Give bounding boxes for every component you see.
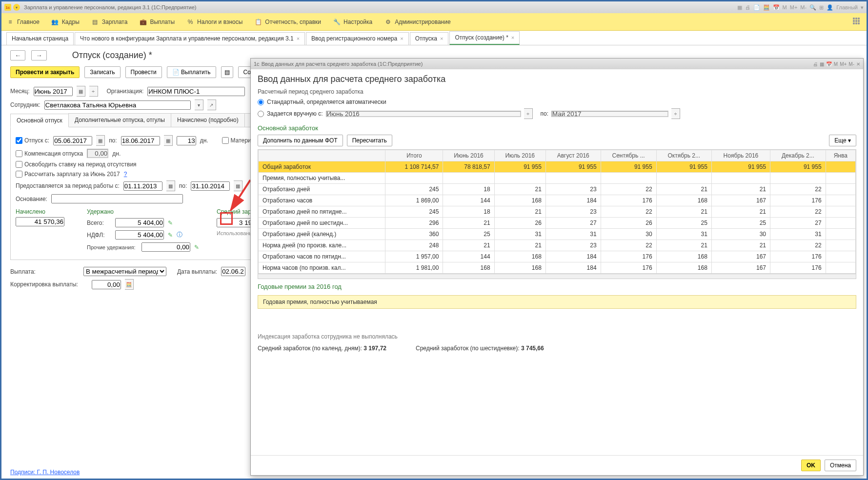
menu-reports[interactable]: 📋Отчетность, справки (254, 18, 321, 26)
tool-icon[interactable]: 📄 (753, 4, 760, 11)
table-cell[interactable]: 168 (443, 262, 494, 274)
table-row[interactable]: Отработано часов по пятидн...1 957,00144… (259, 251, 856, 262)
table-cell[interactable]: 23 (545, 206, 601, 218)
help-link[interactable]: ? (124, 171, 127, 178)
table-cell[interactable]: 26 (601, 218, 656, 229)
table-cell[interactable]: 21 (494, 206, 545, 218)
menu-more-icon[interactable] (853, 18, 862, 26)
table-cell[interactable]: 25 (656, 218, 711, 229)
table-cell[interactable]: 1 957,00 (385, 251, 443, 262)
table-cell[interactable]: 144 (443, 251, 494, 262)
table-cell[interactable]: 31 (656, 229, 711, 240)
table-header[interactable]: Сентябрь ... (601, 150, 656, 161)
inner-tab[interactable]: Дополнительные отпуска, отгулы (68, 113, 171, 127)
table-cell[interactable]: 91 955 (494, 161, 545, 173)
table-header[interactable]: Декабрь 2... (770, 150, 826, 161)
table-cell[interactable] (826, 195, 855, 206)
table-cell[interactable]: 167 (711, 195, 770, 206)
table-cell[interactable]: 91 955 (545, 161, 601, 173)
table-cell[interactable]: 21 (656, 240, 711, 251)
ndfl-field[interactable] (115, 230, 164, 240)
tool-icon[interactable]: 🖨 (745, 4, 750, 10)
table-cell[interactable]: 25 (443, 229, 494, 240)
table-cell[interactable]: 1 869,00 (385, 195, 443, 206)
other-field[interactable] (141, 242, 190, 252)
pay-button[interactable]: 📄 Выплатить (167, 66, 216, 78)
pay-date-field[interactable] (221, 267, 245, 276)
close-icon[interactable]: × (297, 36, 300, 41)
mem-mplus[interactable]: M+ (840, 61, 847, 67)
table-cell[interactable]: 27 (770, 218, 826, 229)
table-cell[interactable]: 22 (770, 206, 826, 218)
basis-field[interactable] (51, 194, 183, 203)
tab[interactable]: Отпуск (создание) *× (449, 31, 520, 45)
tool-icon[interactable]: 📅 (773, 4, 780, 11)
table-cell[interactable]: 176 (601, 262, 656, 274)
tab[interactable]: Что нового в конфигурации Зарплата и упр… (75, 32, 305, 45)
table-cell[interactable]: 21 (656, 184, 711, 195)
fill-fot-button[interactable]: Дополнить по данным ФОТ (258, 135, 343, 146)
month-spin-icon[interactable]: ÷ (89, 86, 98, 97)
post-button[interactable]: Провести (125, 66, 162, 78)
table-cell[interactable]: 184 (545, 251, 601, 262)
table-cell[interactable]: 30 (711, 229, 770, 240)
recalc-checkbox[interactable] (16, 171, 22, 178)
window-icon[interactable]: ⊞ (819, 4, 824, 11)
table-cell[interactable] (826, 184, 855, 195)
table-cell[interactable]: 176 (770, 195, 826, 206)
org-field[interactable] (147, 87, 245, 96)
table-header[interactable]: Янва (826, 150, 855, 161)
user-icon[interactable]: 👤 (827, 4, 833, 11)
table-cell[interactable]: 167 (711, 262, 770, 274)
table-header[interactable] (259, 150, 385, 161)
table-header[interactable]: Июль 2016 (494, 150, 545, 161)
signatures-link[interactable]: Подписи: Г. П. Новоселов (10, 469, 80, 476)
table-cell[interactable]: 248 (385, 240, 443, 251)
emp-dropdown-icon[interactable]: ▾ (195, 100, 203, 110)
table-row[interactable]: Премия, полностью учитыва... (259, 173, 856, 184)
table-cell[interactable]: 22 (770, 184, 826, 195)
print-icon[interactable]: 🖨 (813, 61, 818, 67)
table-cell[interactable]: 167 (711, 251, 770, 262)
table-row[interactable]: Отработано дней24518212322212122 (259, 184, 856, 195)
table-cell[interactable]: 18 (443, 206, 494, 218)
table-cell[interactable] (826, 262, 855, 274)
user-label[interactable]: Главный (836, 4, 858, 10)
table-cell[interactable]: 22 (601, 184, 656, 195)
table-cell[interactable]: 21 (494, 184, 545, 195)
table-cell[interactable] (826, 173, 855, 184)
table-header[interactable]: Август 2016 (545, 150, 601, 161)
tab[interactable]: Начальная страница (6, 32, 74, 45)
table-cell[interactable]: 31 (770, 229, 826, 240)
menu-payments[interactable]: 💼Выплаты (139, 18, 175, 26)
table-cell[interactable] (826, 229, 855, 240)
table-header[interactable]: Июнь 2016 (443, 150, 494, 161)
date-to-field[interactable] (121, 136, 160, 145)
menu-personnel[interactable]: 👥Кадры (51, 18, 80, 26)
table-cell[interactable]: 360 (385, 229, 443, 240)
table-cell[interactable]: 1 981,00 (385, 262, 443, 274)
save-button[interactable]: Записать (84, 66, 120, 78)
table-cell[interactable]: 91 955 (770, 161, 826, 173)
table-cell[interactable]: 21 (711, 184, 770, 195)
tool-icon[interactable]: 🧮 (763, 4, 770, 11)
forward-button[interactable]: → (31, 50, 46, 60)
table-cell[interactable] (385, 173, 443, 184)
table-cell[interactable] (545, 173, 601, 184)
table-cell[interactable]: 91 955 (711, 161, 770, 173)
table-cell[interactable]: 22 (601, 206, 656, 218)
table-cell[interactable] (494, 173, 545, 184)
edit-icon[interactable]: ✎ (168, 220, 173, 226)
month-field[interactable] (34, 87, 73, 96)
menu-salary[interactable]: ▤Зарплата (91, 18, 128, 26)
table-cell[interactable]: 22 (601, 240, 656, 251)
release-checkbox[interactable] (16, 161, 22, 168)
table-cell[interactable]: 176 (770, 262, 826, 274)
table-cell[interactable]: 21 (443, 218, 494, 229)
tool-icon[interactable]: ▦ (737, 4, 742, 11)
info-icon[interactable]: ⓘ (177, 231, 182, 239)
compensation-checkbox[interactable] (16, 150, 22, 157)
table-cell[interactable]: 21 (494, 240, 545, 251)
period-to-field[interactable] (191, 181, 230, 191)
table-cell[interactable]: 78 818,57 (443, 161, 494, 173)
